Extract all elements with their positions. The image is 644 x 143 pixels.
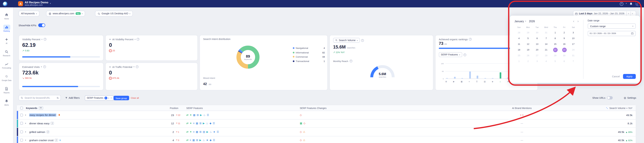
calendar-day[interactable]: 6: [532, 35, 542, 41]
table-row[interactable]: ▾easy recipes for dinner23▼22⇄✦▦⊞▶♨☰◇× 1…: [17, 111, 636, 120]
column-search-volume[interactable]: Search Volume + YoY: [606, 105, 632, 111]
keywords-group-dropdown[interactable]: All keywords ▾: [18, 10, 40, 16]
calendar-day[interactable]: 22: [551, 47, 560, 52]
help-icon[interactable]: ?: [620, 2, 623, 6]
help-icon[interactable]: ?: [349, 60, 352, 62]
help-icon[interactable]: ?: [463, 53, 466, 56]
calendar-day[interactable]: 14: [542, 41, 551, 47]
row-checkbox[interactable]: [20, 122, 23, 125]
calendar-year-select[interactable]: 2026: [529, 20, 535, 22]
calendar-day[interactable]: 5: [524, 35, 532, 41]
calendar-day[interactable]: 13: [532, 41, 542, 47]
remove-filter-icon[interactable]: ×: [110, 96, 112, 99]
brand-logo-icon[interactable]: [3, 2, 8, 6]
help-icon[interactable]: ?: [43, 65, 46, 68]
calendar-day[interactable]: 1: [551, 30, 560, 35]
calendar-day[interactable]: 19: [524, 47, 532, 52]
card-title[interactable]: Visibility Percent: [22, 38, 40, 40]
keyword-search-box[interactable]: [18, 95, 61, 101]
row-expander-icon[interactable]: ▾: [25, 131, 26, 133]
calendar-day[interactable]: 7: [542, 35, 551, 41]
calendar-day[interactable]: 11: [514, 41, 524, 47]
keyword-text[interactable]: dinner ideas easy: [29, 122, 50, 125]
search-volume-dropdown[interactable]: Search Volume ▾: [333, 38, 360, 42]
date-next-icon[interactable]: ›: [630, 12, 634, 16]
sidebar-item-alerts[interactable]: Alerts: [0, 96, 13, 108]
help-icon[interactable]: ?: [137, 38, 140, 40]
card-title[interactable]: AI Visibility Percent: [112, 38, 133, 40]
help-icon[interactable]: ?: [361, 39, 364, 42]
row-checkbox[interactable]: [20, 114, 23, 116]
sidebar-item-home[interactable]: Home: [0, 10, 13, 22]
site-dropdown[interactable]: www.allrecipes.com You ▾: [46, 10, 85, 16]
select-all-checkbox[interactable]: [20, 106, 23, 109]
row-checkbox[interactable]: [20, 130, 23, 133]
calendar-day[interactable]: 2: [560, 30, 569, 35]
help-icon[interactable]: ?: [136, 65, 138, 68]
sidebar-item-google-data[interactable]: GGoogle Data: [0, 72, 13, 84]
calendar-day[interactable]: 4: [514, 35, 524, 41]
column-position[interactable]: Position: [170, 105, 178, 111]
row-expander-icon[interactable]: ▾: [25, 114, 26, 116]
table-row[interactable]: ▾grilled salmon22▼1⇄✦≡▦⊞▤▶♨★☰◇⚠—49.5k▲ 8…: [17, 128, 636, 136]
calendar-day[interactable]: 15: [551, 41, 560, 47]
column-serp-changes[interactable]: SERP Features Changes: [300, 105, 327, 111]
search-input[interactable]: [24, 96, 55, 99]
add-filters-button[interactable]: Add filters: [65, 95, 80, 101]
table-row[interactable]: ▾dinner ideas easy212▼11⇄✦≡▦⊞▶♨◆☰▦◇—8.1k: [17, 120, 636, 128]
clear-all-button[interactable]: Clear all: [131, 96, 139, 99]
date-prev-icon[interactable]: ‹: [626, 12, 630, 16]
cancel-button[interactable]: Cancel: [612, 75, 620, 78]
help-icon[interactable]: ?: [469, 38, 472, 40]
keyword-text[interactable]: graham cracker crust: [29, 139, 53, 142]
save-group-button[interactable]: Save group: [114, 96, 129, 100]
calendar-day[interactable]: 18: [514, 47, 524, 52]
help-icon[interactable]: ?: [44, 38, 46, 40]
row-expander-icon[interactable]: ▾: [25, 139, 26, 141]
row-expander-icon[interactable]: ▾: [25, 122, 26, 124]
sidebar-item-ranking[interactable]: Ranking: [0, 22, 13, 34]
user-avatar[interactable]: [636, 1, 640, 6]
calendar-day[interactable]: 23: [560, 47, 569, 52]
column-ai-brand-mentions[interactable]: AI Brand Mentions: [497, 105, 546, 111]
chevron-down-icon[interactable]: ▾: [134, 66, 134, 68]
calendar-day[interactable]: 10: [569, 35, 578, 41]
sidebar-item-forecasting[interactable]: Forecasting: [0, 59, 13, 72]
sidebar-item-reports[interactable]: Reports: [0, 84, 13, 96]
calendar-day[interactable]: 9: [560, 35, 569, 41]
chevron-down-icon[interactable]: ▾: [41, 66, 42, 68]
apply-button[interactable]: Apply: [623, 74, 636, 79]
calendar-next-month-icon[interactable]: ›: [578, 19, 579, 23]
chevron-down-icon[interactable]: ▾: [626, 3, 627, 4]
search-engine-dropdown[interactable]: Google US Desktop AIO ▾: [95, 10, 133, 16]
serp-features-filter-chip[interactable]: SERP Features 1 ▾ ×: [85, 95, 114, 100]
chevron-down-icon[interactable]: ▾: [42, 38, 42, 40]
keyword-text[interactable]: easy recipes for dinner: [29, 113, 56, 117]
calendar-day[interactable]: 3: [569, 30, 578, 35]
sidebar-item-research[interactable]: Research: [0, 47, 13, 59]
calendar-day[interactable]: 16: [560, 41, 569, 47]
project-switcher[interactable]: A All Recipes Demo www.allrecipes.com ▾: [18, 1, 51, 6]
calendar-day[interactable]: 8: [551, 35, 560, 41]
show-urls-toggle[interactable]: [607, 96, 613, 100]
row-checkbox[interactable]: [20, 139, 23, 142]
calendar-day[interactable]: 12: [524, 41, 532, 47]
card-title[interactable]: AI Traffic Potential: [112, 66, 132, 68]
card-title[interactable]: Estimated Visits: [22, 66, 40, 68]
column-serp-features[interactable]: SERP Features: [186, 105, 203, 111]
date-range-preset-select[interactable]: Custom range ▾: [588, 24, 636, 29]
sidebar-item-ai[interactable]: AI: [0, 34, 13, 47]
calendar-day[interactable]: 17: [569, 41, 578, 47]
calendar-prev-month-icon[interactable]: ‹: [573, 19, 574, 23]
chevron-down-icon[interactable]: ▾: [134, 38, 135, 40]
serp-features-dropdown[interactable]: SERP Features ▾: [439, 52, 462, 57]
table-row[interactable]: ▾graham cracker crust2✳4▼3⇄≡▦⊞▶♨★◆☰◇⚠—40…: [17, 136, 636, 143]
notifications-bell-icon[interactable]: [629, 0, 633, 8]
settings-button[interactable]: ⚙ Settings: [624, 95, 636, 101]
calendar-month-select[interactable]: January: [514, 20, 524, 22]
kpi-toggle[interactable]: [38, 24, 46, 27]
keyword-text[interactable]: grilled salmon: [29, 130, 45, 133]
date-range-input[interactable]: 01 / 22 / 2026 – 01 / 23 / 2026: [588, 31, 636, 36]
calendar-day[interactable]: 20: [532, 47, 542, 52]
calendar-day[interactable]: 21: [542, 47, 551, 52]
